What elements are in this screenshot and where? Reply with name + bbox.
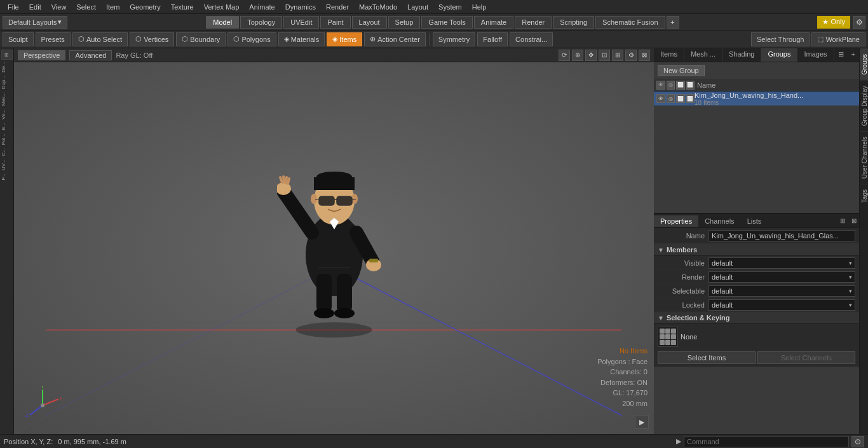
sel-buttons-row: Select Items Select Channels	[654, 351, 859, 367]
vp-tab-perspective[interactable]: Perspective	[18, 50, 65, 60]
props-expand: ⊞ ⊠	[837, 216, 859, 226]
vtab-tags[interactable]: Tags	[860, 184, 868, 208]
menu-item[interactable]: Item	[101, 2, 125, 12]
menu-view[interactable]: View	[46, 2, 72, 12]
command-input[interactable]	[684, 436, 849, 447]
select-channels-button[interactable]: Select Channels	[757, 351, 855, 364]
menu-file[interactable]: File	[3, 2, 24, 12]
sculpt-button[interactable]: Sculpt	[3, 32, 34, 46]
materials-button[interactable]: ◈ Materials	[278, 32, 325, 46]
props-tab-lists[interactable]: Lists	[741, 215, 768, 227]
vtab-user-channels[interactable]: User Channels	[860, 131, 868, 184]
workplane-button[interactable]: ⬚ WorkPlane	[811, 32, 865, 46]
menu-maxtomodo[interactable]: MaxToModo	[354, 2, 402, 12]
tab-scripting[interactable]: Scripting	[553, 16, 594, 29]
items-button[interactable]: ◈ Items	[327, 32, 362, 46]
symmetry-button[interactable]: Symmetry	[433, 32, 476, 46]
tab-topology[interactable]: Topology	[240, 16, 282, 29]
menu-vertex-map[interactable]: Vertex Map	[199, 2, 245, 12]
groups-name-col-header: Name	[695, 81, 857, 89]
falloff-button[interactable]: Falloff	[477, 32, 508, 46]
add-tab-button[interactable]: +	[667, 16, 679, 29]
new-group-button[interactable]: New Group	[658, 65, 705, 76]
panel-tab-items[interactable]: Items	[654, 48, 684, 62]
menu-edit[interactable]: Edit	[24, 2, 46, 12]
expand-arrow[interactable]: ▶	[635, 415, 649, 429]
vp-tab-advanced[interactable]: Advanced	[69, 50, 112, 60]
select-items-button[interactable]: Select Items	[658, 351, 756, 364]
tab-render[interactable]: Render	[515, 16, 552, 29]
boundary-button[interactable]: ⬡ Boundary	[176, 32, 226, 46]
vp-ctrl-frame[interactable]: ⊡	[599, 50, 610, 61]
panel-tab-mesh[interactable]: Mesh ...	[684, 48, 722, 62]
settings-icon[interactable]: ⚙	[853, 16, 865, 29]
vtab-groups[interactable]: Groups	[860, 48, 868, 80]
selectable-dropdown[interactable]: default ▾	[709, 285, 855, 297]
vtab-group-display[interactable]: Group Display	[860, 80, 868, 131]
vp-ctrl-expand[interactable]: ⊠	[639, 50, 650, 61]
menu-system[interactable]: System	[433, 2, 467, 12]
tab-setup[interactable]: Setup	[388, 16, 421, 29]
props-tabs: Properties Channels Lists ⊞ ⊠	[654, 214, 859, 228]
vp-ctrl-settings[interactable]: ⚙	[625, 50, 637, 61]
panel-tab-shading[interactable]: Shading	[722, 48, 761, 62]
vp-ctrl-rotate[interactable]: ⟳	[559, 50, 570, 61]
render-icon[interactable]: ◎	[667, 81, 675, 90]
panel-add-tab-button[interactable]: +	[848, 48, 859, 62]
panel-tab-groups[interactable]: Groups	[761, 48, 797, 62]
tab-model[interactable]: Model	[206, 16, 239, 29]
tab-layout[interactable]: Layout	[352, 16, 387, 29]
group-eye-icon[interactable]: 👁	[656, 94, 665, 103]
menu-layout[interactable]: Layout	[402, 2, 433, 12]
vp-ctrl-zoom[interactable]: ⊕	[572, 50, 583, 61]
layout-dropdown[interactable]: Default Layouts ▾	[3, 16, 67, 29]
props-expand-btn1[interactable]: ⊞	[837, 216, 848, 226]
props-expand-btn2[interactable]: ⊠	[849, 216, 859, 226]
menu-help[interactable]: Help	[467, 2, 492, 12]
group-lock2-icon[interactable]: ⬜	[686, 94, 695, 103]
visible-dropdown[interactable]: default ▾	[709, 257, 855, 269]
menu-animate[interactable]: Animate	[244, 2, 280, 12]
polygons-button[interactable]: ⬡ Polygons	[227, 32, 276, 46]
tab-game-tools[interactable]: Game Tools	[421, 16, 473, 29]
vp-ctrl-pan[interactable]: ✥	[585, 50, 597, 61]
menu-texture[interactable]: Texture	[166, 2, 199, 12]
auto-select-button[interactable]: ⬡ Auto Select	[72, 32, 128, 46]
menu-select[interactable]: Select	[71, 2, 101, 12]
locked-dropdown[interactable]: default ▾	[709, 299, 855, 311]
keying-dot-4	[660, 334, 665, 339]
left-tool-1[interactable]: ⊞	[1, 50, 13, 60]
render-dropdown[interactable]: default ▾	[709, 271, 855, 283]
star-only-button[interactable]: ★ Only	[817, 16, 850, 29]
group-render-icon[interactable]: ◎	[667, 94, 675, 103]
panel-expand-button[interactable]: ⊞	[834, 48, 848, 62]
menu-render[interactable]: Render	[321, 2, 354, 12]
left-label-mes: Mes...	[1, 91, 13, 107]
command-go-button[interactable]: ⊙	[851, 436, 864, 447]
tab-animate[interactable]: Animate	[474, 16, 513, 29]
select-through-button[interactable]: Select Through	[751, 32, 810, 46]
tab-uvedit[interactable]: UVEdit	[283, 16, 319, 29]
no-items-label: No Items	[597, 346, 648, 356]
panel-tab-images[interactable]: Images	[797, 48, 834, 62]
menu-dynamics[interactable]: Dynamics	[280, 2, 321, 12]
vertices-button[interactable]: ⬡ Vertices	[130, 32, 174, 46]
props-tab-channels[interactable]: Channels	[698, 215, 740, 227]
lock-icon[interactable]: ⬜	[676, 81, 685, 90]
lock2-icon[interactable]: ⬜	[686, 81, 695, 90]
presets-button[interactable]: Presets	[36, 32, 71, 46]
menu-geometry[interactable]: Geometry	[125, 2, 165, 12]
tab-paint[interactable]: Paint	[320, 16, 350, 29]
constrain-button[interactable]: Constrai...	[510, 32, 553, 46]
sel-keying-section[interactable]: ▼ Selection & Keying	[654, 312, 859, 324]
eye-icon[interactable]: 👁	[656, 81, 665, 90]
members-section[interactable]: ▼ Members	[654, 244, 859, 256]
action-center-button[interactable]: ⊕ Action Center	[364, 32, 426, 46]
group-lock1-icon[interactable]: ⬜	[676, 94, 685, 103]
name-field-input[interactable]	[709, 230, 855, 241]
vp-ctrl-view[interactable]: ⊞	[612, 50, 623, 61]
tab-schematic-fusion[interactable]: Schematic Fusion	[595, 16, 665, 29]
viewport[interactable]: Perspective Advanced Ray GL: Off ⟳ ⊕ ✥ ⊡…	[14, 48, 654, 434]
group-row[interactable]: 👁 ◎ ⬜ ⬜ Kim_Jong_Un_waving_his_Hand... 1…	[654, 92, 859, 105]
props-tab-properties[interactable]: Properties	[654, 215, 698, 227]
